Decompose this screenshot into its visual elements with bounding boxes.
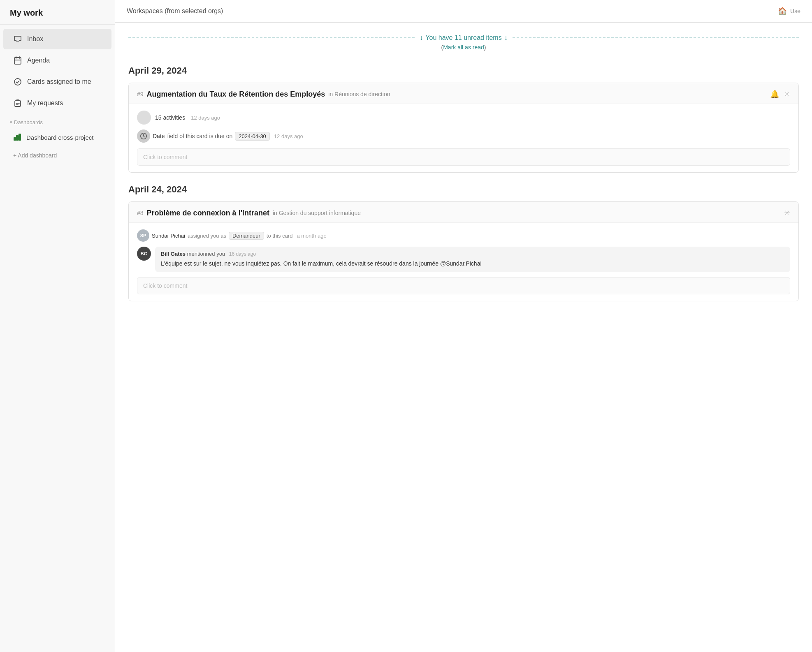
sidebar-item-requests-label: My requests	[27, 99, 63, 107]
card-9-comment-box[interactable]: Click to comment	[137, 148, 790, 166]
card-8-icons: ✳	[784, 208, 790, 217]
sidebar-item-agenda-label: Agenda	[27, 57, 50, 64]
avatar-placeholder-card9	[137, 111, 151, 125]
bar-chart-icon	[13, 133, 21, 142]
card-8-title[interactable]: Problème de connexion à l'intranet	[147, 209, 269, 217]
card-8-body: SP Sundar Pichai assigned you as Demande…	[129, 223, 798, 301]
mark-all-read-wrap: (Mark all as read)	[441, 44, 486, 51]
card-9-date-field-row: Date field of this card is due on 2024-0…	[137, 129, 790, 143]
mark-all-read-button[interactable]: Mark all as read	[443, 44, 484, 51]
date-label-april24: April 24, 2024	[128, 184, 799, 195]
sidebar: My work Inbox Agenda	[0, 0, 115, 652]
mention-person: Bill Gates	[161, 251, 186, 257]
mention-time: 16 days ago	[229, 251, 256, 257]
sidebar-title: My work	[0, 0, 115, 25]
card-9-header: #9 Augmentation du Taux de Rétention des…	[129, 83, 798, 104]
card-9-activities-time: 12 days ago	[191, 115, 220, 121]
mention-header: Bill Gates mentionned you 16 days ago	[161, 251, 784, 257]
card-8-header-left: #8 Problème de connexion à l'intranet in…	[137, 209, 784, 217]
date-badge-card9: 2024-04-30	[235, 132, 270, 141]
main-area: Workspaces (from selected orgs) 🏠 Use ↓ …	[115, 0, 812, 652]
topbar-user-label: Use	[790, 8, 800, 14]
sidebar-item-inbox-label: Inbox	[27, 35, 43, 43]
card-8-mention-row: BG Bill Gates mentionned you 16 days ago…	[137, 247, 790, 272]
unread-banner: ↓ You have 11 unread items ↓ (Mark all a…	[128, 23, 799, 54]
sidebar-item-agenda[interactable]: Agenda	[3, 50, 111, 71]
sidebar-item-inbox[interactable]: Inbox	[3, 29, 111, 49]
calendar-icon	[13, 56, 22, 65]
card-9-num: #9	[137, 91, 144, 97]
chevron-icon: ▾	[10, 120, 12, 125]
add-dashboard-button[interactable]: + Add dashboard	[3, 148, 111, 163]
card-9-title[interactable]: Augmentation du Taux de Rétention des Em…	[147, 90, 325, 99]
assign-badge: Demandeur	[229, 232, 264, 240]
dashboard-cross-label: Dashboard cross-project	[26, 134, 93, 141]
snowflake-icon-card8[interactable]: ✳	[784, 208, 790, 217]
card-9-activities-count: 15 activities	[155, 114, 185, 121]
arrow-down-right: ↓	[504, 34, 508, 42]
dashboards-section-label[interactable]: ▾ Dashboards	[0, 114, 115, 127]
add-dashboard-label: + Add dashboard	[13, 152, 57, 159]
sidebar-item-my-requests[interactable]: My requests	[3, 93, 111, 113]
card-8-assign-row: SP Sundar Pichai assigned you as Demande…	[137, 229, 790, 242]
assign-time: a month ago	[297, 233, 326, 239]
avatar-bill-gates: BG	[137, 247, 151, 261]
sidebar-item-cards-assigned[interactable]: Cards assigned to me	[3, 72, 111, 92]
inbox-icon	[13, 35, 22, 44]
divider-right	[513, 37, 799, 38]
mention-action: mentionned you	[187, 251, 225, 257]
card-9-workspace: in Réunions de direction	[328, 91, 390, 97]
card-8-header: #8 Problème de connexion à l'intranet in…	[129, 202, 798, 223]
date-field-mid: field of this card is due on	[167, 133, 233, 139]
card-8-num: #8	[137, 210, 144, 216]
svg-rect-2	[15, 101, 21, 106]
card-9-header-left: #9 Augmentation du Taux de Rétention des…	[137, 90, 770, 99]
svg-rect-5	[19, 134, 21, 140]
svg-rect-3	[14, 138, 16, 140]
card-8-comment-box[interactable]: Click to comment	[137, 277, 790, 294]
mention-bubble: Bill Gates mentionned you 16 days ago L'…	[155, 247, 790, 272]
clipboard-icon	[13, 99, 22, 108]
avatar-date-card9	[137, 129, 150, 143]
card-9-icons: 🔔 ✳	[770, 90, 790, 99]
divider-left	[128, 37, 415, 38]
sidebar-item-dashboard-cross[interactable]: Dashboard cross-project	[3, 128, 111, 147]
card-8-workspace: in Gestion du support informatique	[273, 210, 361, 216]
avatar-sundar: SP	[137, 229, 149, 242]
arrow-down-left: ↓	[420, 34, 423, 42]
home-icon: 🏠	[778, 7, 787, 16]
svg-rect-4	[16, 136, 18, 140]
top-bar: Workspaces (from selected orgs) 🏠 Use	[115, 0, 812, 23]
card-8: #8 Problème de connexion à l'intranet in…	[128, 201, 799, 301]
topbar-title: Workspaces (from selected orgs)	[127, 7, 223, 15]
sidebar-item-cards-label: Cards assigned to me	[27, 78, 91, 86]
assign-text: assigned you as	[188, 233, 226, 239]
card-9-date-time: 12 days ago	[274, 133, 303, 139]
check-circle-icon	[13, 77, 22, 86]
assign-suffix: to this card	[267, 233, 293, 239]
mention-body: L'équipe est sur le sujet, ne vous inqui…	[161, 259, 784, 268]
bell-icon-card9[interactable]: 🔔	[770, 90, 779, 99]
unread-text: ↓ You have 11 unread items ↓	[420, 34, 507, 42]
card-9: #9 Augmentation du Taux de Rétention des…	[128, 83, 799, 173]
date-field-label: Date	[153, 133, 165, 139]
sidebar-navigation: Inbox Agenda Cards assigned to me	[0, 25, 115, 167]
assign-person: Sundar Pichai	[152, 233, 185, 239]
content-area: ↓ You have 11 unread items ↓ (Mark all a…	[115, 23, 812, 652]
svg-point-1	[14, 79, 21, 85]
date-label-april29: April 29, 2024	[128, 65, 799, 76]
topbar-right: 🏠 Use	[778, 7, 800, 16]
card-9-body: 15 activities 12 days ago Date field of …	[129, 104, 798, 172]
svg-rect-0	[14, 58, 21, 64]
card-9-activity-row: 15 activities 12 days ago	[137, 111, 790, 125]
snowflake-icon-card9[interactable]: ✳	[784, 90, 790, 99]
